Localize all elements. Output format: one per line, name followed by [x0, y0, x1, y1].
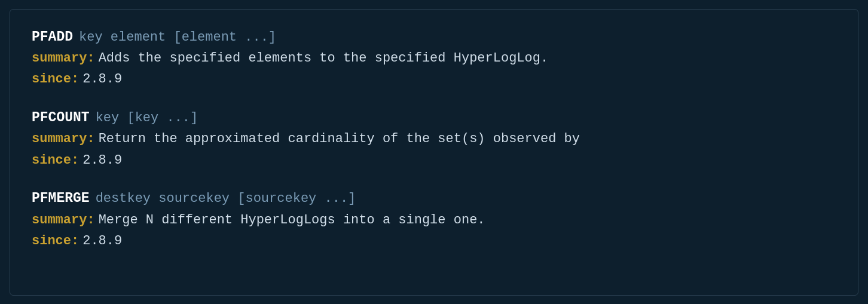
command-name: PFCOUNT: [32, 107, 90, 129]
summary-label: summary:: [32, 128, 95, 149]
command-args: key element [element ...]: [79, 27, 276, 48]
since-label: since:: [32, 231, 79, 251]
since-line: since:2.8.9: [32, 150, 836, 171]
command-name: PFADD: [32, 26, 73, 48]
command-block: PFADDkey element [element ...]summary:Ad…: [32, 26, 836, 90]
summary-text: Adds the specified elements to the speci…: [99, 48, 549, 69]
command-line: PFADDkey element [element ...]: [32, 26, 836, 48]
since-value: 2.8.9: [82, 150, 122, 171]
command-line: PFCOUNTkey [key ...]: [32, 107, 836, 129]
summary-line: summary:Adds the specified elements to t…: [32, 48, 836, 69]
since-value: 2.8.9: [82, 231, 122, 251]
summary-line: summary:Return the approximated cardinal…: [32, 128, 836, 149]
command-block: PFMERGEdestkey sourcekey [sourcekey ...]…: [32, 188, 836, 251]
summary-label: summary:: [32, 210, 95, 231]
since-line: since:2.8.9: [32, 69, 836, 90]
command-args: destkey sourcekey [sourcekey ...]: [96, 188, 356, 209]
summary-text: Merge N different HyperLogLogs into a si…: [99, 210, 485, 231]
since-label: since:: [32, 69, 79, 90]
command-line: PFMERGEdestkey sourcekey [sourcekey ...]: [32, 188, 836, 210]
since-label: since:: [32, 150, 79, 171]
summary-label: summary:: [32, 48, 95, 69]
since-line: since:2.8.9: [32, 231, 836, 251]
command-name: PFMERGE: [32, 188, 90, 210]
command-args: key [key ...]: [96, 108, 198, 128]
code-panel: PFADDkey element [element ...]summary:Ad…: [10, 9, 858, 296]
since-value: 2.8.9: [82, 69, 122, 90]
command-block: PFCOUNTkey [key ...]summary:Return the a…: [32, 107, 836, 171]
summary-text: Return the approximated cardinality of t…: [99, 128, 580, 149]
summary-line: summary:Merge N different HyperLogLogs i…: [32, 210, 836, 231]
